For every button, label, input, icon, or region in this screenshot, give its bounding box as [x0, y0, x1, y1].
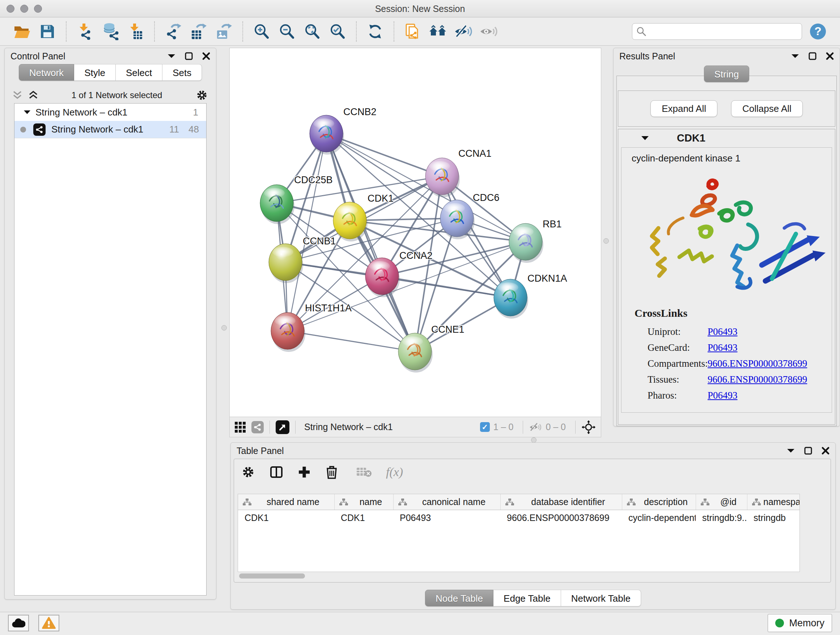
memory-button[interactable]: Memory [767, 614, 832, 632]
show-all-button[interactable] [479, 22, 498, 41]
delete-column-trash-icon[interactable] [325, 465, 338, 479]
status-bar: Memory [0, 612, 840, 635]
column-header-@id[interactable]: @id [696, 494, 747, 510]
tab-sets[interactable]: Sets [163, 64, 202, 81]
global-search [632, 23, 802, 40]
table-cell[interactable]: P06493 [393, 510, 500, 525]
panel-collapse-icon[interactable] [791, 54, 799, 59]
table-row[interactable]: CDK1CDK1P064939606.ENSP00000378699cyclin… [238, 510, 799, 525]
tab-network-table[interactable]: Network Table [561, 590, 641, 606]
entry-expand-icon[interactable] [641, 136, 649, 141]
column-header-database-identifier[interactable]: database identifier [500, 494, 622, 510]
network-edge[interactable] [382, 276, 510, 298]
panel-float-icon[interactable] [808, 52, 816, 60]
tab-edge-table[interactable]: Edge Table [493, 590, 561, 606]
show-columns-icon[interactable] [270, 465, 283, 479]
save-session-button[interactable] [38, 22, 57, 41]
cloud-status-button[interactable] [8, 615, 29, 631]
panel-close-icon[interactable] [202, 52, 210, 60]
tab-select[interactable]: Select [116, 64, 163, 81]
panel-collapse-icon[interactable] [167, 54, 175, 59]
table-cell[interactable]: stringdb:9... [696, 510, 747, 525]
network-edge[interactable] [287, 331, 415, 352]
network-node-HIST1H1A[interactable]: HIST1H1A [271, 302, 352, 352]
expand-all-networks-icon[interactable] [28, 90, 38, 100]
crosslink-link[interactable]: P06493 [707, 342, 737, 353]
table-cell[interactable]: CDK1 [238, 510, 334, 525]
horizontal-splitter-handle[interactable] [531, 437, 537, 443]
search-input[interactable] [632, 23, 802, 40]
crosslink-link[interactable]: 9606.ENSP00000378699 [707, 374, 807, 385]
open-session-button[interactable] [13, 22, 32, 41]
tab-style[interactable]: Style [74, 64, 116, 81]
network-node-CCNA2[interactable]: CCNA2 [365, 250, 433, 297]
vertical-splitter-handle[interactable] [221, 325, 227, 331]
network-canvas[interactable]: CCNB2CCNA1CDC25BCDK1CDC6RB1CCNB1CCNA2CDK… [230, 48, 601, 417]
table-cell[interactable]: cyclin-dependent ... [622, 510, 696, 525]
table-cell[interactable]: 9606.ENSP00000378699 [500, 510, 622, 525]
import-table-button[interactable] [126, 22, 145, 41]
hide-selected-button[interactable] [454, 22, 473, 41]
add-column-icon[interactable] [298, 466, 311, 478]
column-header-name[interactable]: name [334, 494, 393, 510]
import-network-file-button[interactable] [76, 22, 95, 41]
column-header-description[interactable]: description [622, 494, 696, 510]
vertical-splitter-handle[interactable] [603, 238, 609, 244]
panel-close-icon[interactable] [821, 447, 829, 455]
new-network-from-selection-button[interactable] [403, 22, 422, 41]
gene-description: cyclin-dependent kinase 1 [632, 153, 832, 164]
network-node-RB1[interactable]: RB1 [509, 219, 562, 263]
zoom-in-button[interactable] [252, 22, 271, 41]
grid-view-icon[interactable] [235, 422, 246, 432]
crosslink-link[interactable]: 9606.ENSP00000378699 [707, 358, 807, 369]
table-cell[interactable]: stringdb [747, 510, 799, 525]
column-header-canonical-name[interactable]: canonical name [393, 494, 500, 510]
network-view-icon[interactable] [251, 421, 264, 433]
gene-entry-header[interactable]: CDK1 [618, 129, 835, 147]
panel-float-icon[interactable] [185, 52, 193, 60]
zoom-selected-button[interactable] [328, 22, 347, 41]
tab-network[interactable]: Network [19, 64, 74, 81]
crosslink-link[interactable]: P06493 [707, 326, 737, 337]
zoom-fit-button[interactable] [303, 22, 322, 41]
collapse-all-networks-icon[interactable] [13, 90, 22, 100]
first-neighbors-button[interactable] [429, 22, 447, 41]
selected-checkbox-icon[interactable] [480, 422, 490, 432]
table-settings-gear-icon[interactable] [241, 465, 255, 479]
panel-close-icon[interactable] [826, 52, 834, 60]
network-row[interactable]: String Network – cdk1 11 48 [14, 121, 206, 138]
network-node-CDC6[interactable]: CDC6 [440, 192, 500, 239]
column-header-shared-name[interactable]: shared name [238, 494, 334, 510]
zoom-out-button[interactable] [278, 22, 296, 41]
pan-crosshair-icon[interactable] [581, 420, 596, 434]
panel-float-icon[interactable] [804, 447, 812, 455]
network-collection-row[interactable]: String Network – cdk1 1 [14, 103, 206, 121]
tab-node-table[interactable]: Node Table [425, 590, 493, 606]
crosslink-link[interactable]: P06493 [707, 390, 737, 401]
network-options-gear-icon[interactable] [196, 89, 208, 101]
column-header-namespace[interactable]: namespac [747, 494, 799, 510]
help-button[interactable]: ? [808, 22, 827, 41]
network-node-CCNB2[interactable]: CCNB2 [309, 106, 377, 155]
tab-string[interactable]: String [704, 65, 750, 82]
expand-all-button[interactable]: Expand All [651, 100, 717, 117]
tree-expand-icon[interactable] [24, 110, 30, 114]
birdseye-view-icon[interactable] [276, 420, 289, 434]
panel-collapse-icon[interactable] [787, 448, 795, 453]
hierarchy-icon [398, 498, 407, 506]
collapse-all-button[interactable]: Collapse All [731, 100, 803, 117]
import-network-database-button[interactable] [101, 22, 120, 41]
apply-layout-button[interactable] [366, 22, 385, 41]
network-edge[interactable] [287, 134, 326, 331]
export-network-button[interactable] [164, 22, 183, 41]
horizontal-scrollbar[interactable] [239, 573, 305, 578]
export-table-button[interactable] [189, 22, 208, 41]
table-cell[interactable]: CDK1 [334, 510, 393, 525]
warning-status-button[interactable] [38, 615, 59, 631]
export-image-button[interactable] [215, 22, 233, 41]
import-network-icon [77, 23, 93, 40]
network-node-CCNE1[interactable]: CCNE1 [398, 324, 464, 372]
network-node-CCNB1[interactable]: CCNB1 [269, 236, 336, 283]
hierarchy-icon [700, 498, 710, 506]
network-node-CDKN1A[interactable]: CDKN1A [494, 273, 567, 318]
